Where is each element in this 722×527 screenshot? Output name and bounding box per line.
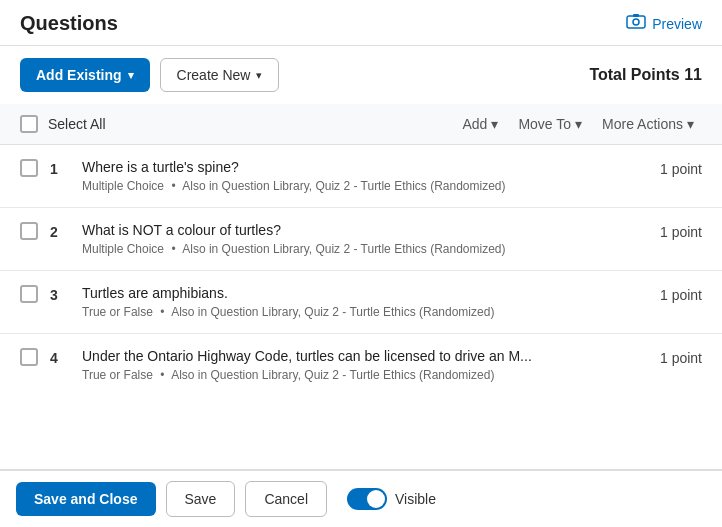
move-to-button[interactable]: Move To ▾ bbox=[510, 112, 590, 136]
select-all-left: Select All bbox=[20, 115, 106, 133]
select-all-checkbox[interactable] bbox=[20, 115, 38, 133]
save-and-close-button[interactable]: Save and Close bbox=[16, 482, 156, 516]
svg-rect-2 bbox=[633, 14, 639, 17]
more-actions-label: More Actions bbox=[602, 116, 683, 132]
question-checkbox-2[interactable] bbox=[20, 222, 38, 240]
visible-toggle: Visible bbox=[347, 488, 436, 510]
question-meta-3: True or False • Also in Question Library… bbox=[82, 305, 648, 319]
question-checkbox-4[interactable] bbox=[20, 348, 38, 366]
save-label: Save bbox=[185, 491, 217, 507]
move-to-chevron-icon: ▾ bbox=[575, 116, 582, 132]
dot-separator-1: • bbox=[171, 179, 175, 193]
question-type-2: Multiple Choice bbox=[82, 242, 164, 256]
svg-point-1 bbox=[633, 19, 639, 25]
total-points: Total Points 11 bbox=[589, 66, 702, 84]
question-content-4: Under the Ontario Highway Code, turtles … bbox=[82, 348, 648, 382]
question-meta-2: Multiple Choice • Also in Question Libra… bbox=[82, 242, 648, 256]
select-all-actions: Add ▾ Move To ▾ More Actions ▾ bbox=[454, 112, 702, 136]
question-text-2: What is NOT a colour of turtles? bbox=[82, 222, 648, 238]
more-actions-chevron-icon: ▾ bbox=[687, 116, 694, 132]
question-type-3: True or False bbox=[82, 305, 153, 319]
cancel-label: Cancel bbox=[264, 491, 308, 507]
footer: Save and Close Save Cancel Visible bbox=[0, 469, 722, 527]
dot-separator-4: • bbox=[160, 368, 164, 382]
table-row: 4 Under the Ontario Highway Code, turtle… bbox=[0, 334, 722, 396]
question-number-3: 3 bbox=[50, 287, 70, 303]
question-type-4: True or False bbox=[82, 368, 153, 382]
question-text-4: Under the Ontario Highway Code, turtles … bbox=[82, 348, 648, 364]
question-type-1: Multiple Choice bbox=[82, 179, 164, 193]
add-existing-chevron-icon: ▾ bbox=[128, 69, 134, 82]
toolbar: Add Existing ▾ Create New ▾ Total Points… bbox=[0, 46, 722, 104]
question-content-3: Turtles are amphibians. True or False • … bbox=[82, 285, 648, 319]
question-content-2: What is NOT a colour of turtles? Multipl… bbox=[82, 222, 648, 256]
create-new-chevron-icon: ▾ bbox=[256, 69, 262, 82]
select-all-row: Select All Add ▾ Move To ▾ More Actions … bbox=[0, 104, 722, 145]
question-location-1: Also in Question Library, Quiz 2 - Turtl… bbox=[182, 179, 505, 193]
table-row: 3 Turtles are amphibians. True or False … bbox=[0, 271, 722, 334]
question-points-2: 1 point bbox=[660, 224, 702, 240]
question-points-3: 1 point bbox=[660, 287, 702, 303]
move-to-label: Move To bbox=[518, 116, 571, 132]
more-actions-button[interactable]: More Actions ▾ bbox=[594, 112, 702, 136]
preview-icon bbox=[626, 14, 646, 34]
question-text-1: Where is a turtle's spine? bbox=[82, 159, 648, 175]
create-new-label: Create New bbox=[177, 67, 251, 83]
create-new-button[interactable]: Create New ▾ bbox=[160, 58, 280, 92]
question-points-1: 1 point bbox=[660, 161, 702, 177]
dot-separator-2: • bbox=[171, 242, 175, 256]
add-existing-label: Add Existing bbox=[36, 67, 122, 83]
preview-button[interactable]: Preview bbox=[626, 14, 702, 34]
visible-toggle-switch[interactable] bbox=[347, 488, 387, 510]
question-meta-1: Multiple Choice • Also in Question Libra… bbox=[82, 179, 648, 193]
svg-rect-0 bbox=[627, 16, 645, 28]
toolbar-left: Add Existing ▾ Create New ▾ bbox=[20, 58, 279, 92]
question-text-3: Turtles are amphibians. bbox=[82, 285, 648, 301]
table-row: 2 What is NOT a colour of turtles? Multi… bbox=[0, 208, 722, 271]
table-row: 1 Where is a turtle's spine? Multiple Ch… bbox=[0, 145, 722, 208]
main-container: Questions Preview Add Existing ▾ Create … bbox=[0, 0, 722, 527]
question-content-1: Where is a turtle's spine? Multiple Choi… bbox=[82, 159, 648, 193]
add-chevron-icon: ▾ bbox=[491, 116, 498, 132]
save-button[interactable]: Save bbox=[166, 481, 236, 517]
question-number-1: 1 bbox=[50, 161, 70, 177]
question-meta-4: True or False • Also in Question Library… bbox=[82, 368, 648, 382]
question-location-3: Also in Question Library, Quiz 2 - Turtl… bbox=[171, 305, 494, 319]
add-action-label: Add bbox=[462, 116, 487, 132]
cancel-button[interactable]: Cancel bbox=[245, 481, 327, 517]
question-location-2: Also in Question Library, Quiz 2 - Turtl… bbox=[182, 242, 505, 256]
select-all-label[interactable]: Select All bbox=[48, 116, 106, 132]
question-number-4: 4 bbox=[50, 350, 70, 366]
dot-separator-3: • bbox=[160, 305, 164, 319]
visible-label: Visible bbox=[395, 491, 436, 507]
save-and-close-label: Save and Close bbox=[34, 491, 138, 507]
question-points-4: 1 point bbox=[660, 350, 702, 366]
questions-list: 1 Where is a turtle's spine? Multiple Ch… bbox=[0, 145, 722, 469]
page-title: Questions bbox=[20, 12, 118, 35]
question-location-4: Also in Question Library, Quiz 2 - Turtl… bbox=[171, 368, 494, 382]
toggle-knob bbox=[367, 490, 385, 508]
add-existing-button[interactable]: Add Existing ▾ bbox=[20, 58, 150, 92]
add-action-button[interactable]: Add ▾ bbox=[454, 112, 506, 136]
question-checkbox-1[interactable] bbox=[20, 159, 38, 177]
preview-label: Preview bbox=[652, 16, 702, 32]
header: Questions Preview bbox=[0, 0, 722, 46]
question-number-2: 2 bbox=[50, 224, 70, 240]
question-checkbox-3[interactable] bbox=[20, 285, 38, 303]
